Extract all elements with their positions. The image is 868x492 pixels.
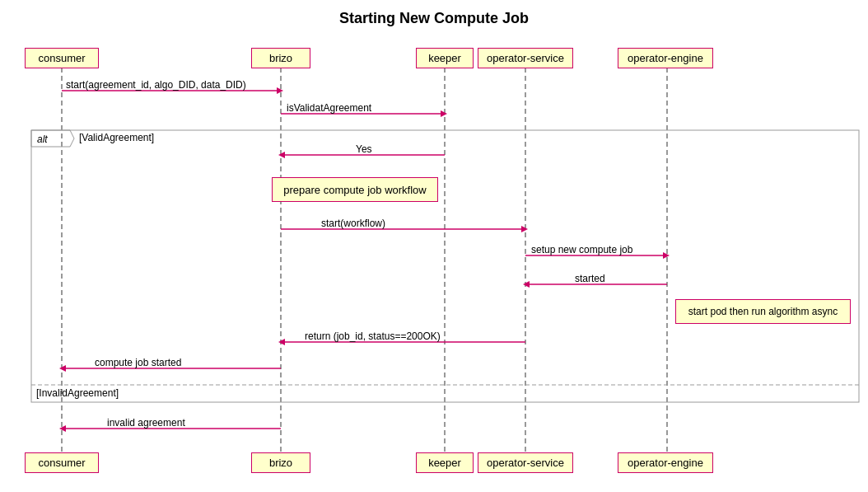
actor-brizo-top: brizo: [251, 48, 310, 68]
msg4-label: start(workflow): [321, 218, 385, 229]
actor-consumer-top: consumer: [25, 48, 99, 68]
msg8-label: compute job started: [95, 357, 181, 368]
diagram: Starting New Compute Job: [0, 0, 868, 492]
actor-consumer-bottom: consumer: [25, 452, 99, 473]
svg-marker-11: [441, 110, 447, 117]
msg7-label: return (job_id, status==200OK): [305, 330, 441, 342]
msg3-label: Yes: [356, 143, 372, 155]
msg2-label: isValidatAgreement: [287, 102, 371, 114]
svg-marker-23: [59, 365, 66, 372]
actor-brizo-bottom: brizo: [251, 452, 310, 473]
msg9-label: invalid agreement: [107, 417, 185, 429]
msg5-label: setup new compute job: [531, 244, 632, 255]
actor-operator-engine-bottom: operator-engine: [618, 452, 713, 473]
svg-marker-25: [59, 425, 66, 432]
actor-keeper-bottom: keeper: [416, 452, 474, 473]
svg-marker-17: [663, 252, 670, 259]
svg-marker-19: [523, 281, 530, 288]
svg-marker-15: [521, 226, 528, 232]
actor-operator-service-bottom: operator-service: [478, 452, 573, 473]
svg-marker-13: [278, 152, 285, 158]
actor-operator-service-top: operator-service: [478, 48, 573, 68]
svg-marker-21: [278, 339, 285, 345]
actor-keeper-top: keeper: [416, 48, 474, 68]
guard2-label: [InvalidAgreement]: [36, 387, 119, 399]
prepare-compute-job-box: prepare compute job workflow: [272, 177, 438, 202]
msg6-label: started: [575, 273, 605, 284]
alt-label: alt: [35, 134, 50, 145]
actor-operator-engine-top: operator-engine: [618, 48, 713, 68]
msg1-label: start(agreement_id, algo_DID, data_DID): [66, 79, 246, 91]
guard1-label: [ValidAgreement]: [79, 132, 154, 143]
svg-marker-9: [277, 87, 283, 94]
start-pod-note: start pod then run algorithm async: [675, 299, 851, 324]
